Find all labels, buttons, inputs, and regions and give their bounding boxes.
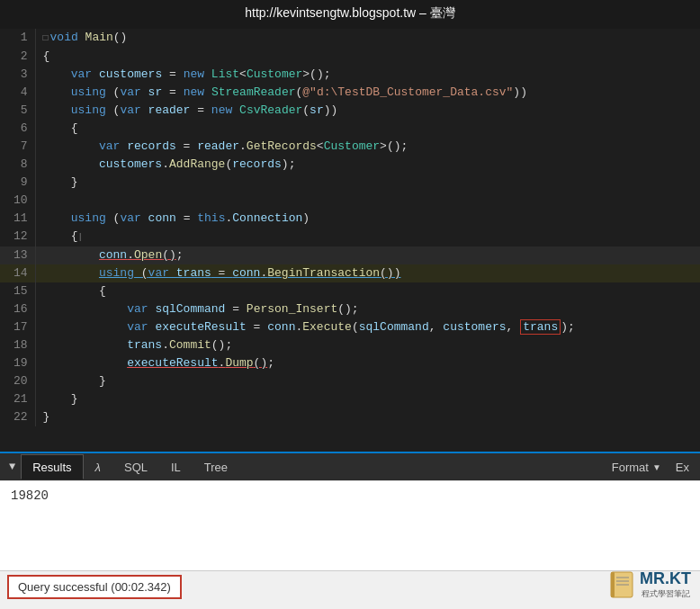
table-row: 11 using (var conn = this.Connection): [0, 210, 700, 228]
line-number: 17: [0, 318, 35, 336]
line-number: 11: [0, 210, 35, 228]
code-scroll[interactable]: 1 □void Main() 2 { 3 var customers = new…: [0, 29, 700, 452]
table-row: 4 using (var sr = new StreamReader(@"d:\…: [0, 84, 700, 102]
table-row: 22 }: [0, 408, 700, 426]
table-row: 20 }: [0, 372, 700, 390]
table-row: 16 var sqlCommand = Person_Insert();: [0, 300, 700, 318]
line-number: 5: [0, 102, 35, 120]
table-row: 10: [0, 192, 700, 210]
mrkt-logo: MR.KT 程式學習筆記: [607, 569, 691, 601]
table-row: 2 {: [0, 48, 700, 66]
table-row: 15 {: [0, 282, 700, 300]
line-code: trans.Commit();: [35, 336, 700, 354]
line-number: 13: [0, 246, 35, 264]
table-row: 3 var customers = new List<Customer>();: [0, 66, 700, 84]
table-row: 21 }: [0, 390, 700, 408]
line-number: 10: [0, 192, 35, 210]
line-number: 8: [0, 156, 35, 174]
tab-results[interactable]: Results: [21, 454, 83, 479]
logo-text: MR.KT: [640, 569, 691, 588]
table-row: 19 executeResult.Dump();: [0, 354, 700, 372]
line-code: {: [35, 48, 700, 66]
line-code: conn.Open();: [35, 246, 700, 264]
format-dropdown-icon: ▼: [652, 462, 661, 472]
line-code: var sqlCommand = Person_Insert();: [35, 300, 700, 318]
table-row: 7 var records = reader.GetRecords<Custom…: [0, 138, 700, 156]
table-row: 17 var executeResult = conn.Execute(sqlC…: [0, 318, 700, 336]
title-text: http://kevintsengtw.blogspot.tw – 臺灣: [245, 5, 454, 20]
line-number: 18: [0, 336, 35, 354]
line-code: {: [35, 282, 700, 300]
tab-tree[interactable]: Tree: [193, 454, 239, 479]
line-number: 1: [0, 29, 35, 48]
table-row: 6 {: [0, 120, 700, 138]
line-number: 14: [0, 264, 35, 282]
table-row: 8 customers.AddRange(records);: [0, 156, 700, 174]
line-code: {|: [35, 228, 700, 246]
tab-sql[interactable]: SQL: [112, 454, 159, 479]
title-bar: http://kevintsengtw.blogspot.tw – 臺灣: [0, 0, 700, 29]
line-number: 9: [0, 174, 35, 192]
line-code: executeResult.Dump();: [35, 354, 700, 372]
line-code: using (var sr = new StreamReader(@"d:\Te…: [35, 84, 700, 102]
format-button[interactable]: Format ▼: [605, 457, 669, 478]
tab-il[interactable]: IL: [159, 454, 193, 479]
book-icon: [607, 569, 636, 601]
line-number: 2: [0, 48, 35, 66]
table-row: 5 using (var reader = new CsvReader(sr)): [0, 102, 700, 120]
table-row: 14 using (var trans = conn.BeginTransact…: [0, 264, 700, 282]
line-code: var records = reader.GetRecords<Customer…: [35, 138, 700, 156]
table-row: 12 {|: [0, 228, 700, 246]
line-code: using (var reader = new CsvReader(sr)): [35, 102, 700, 120]
table-row: 9 }: [0, 174, 700, 192]
line-code: customers.AddRange(records);: [35, 156, 700, 174]
tab-lambda[interactable]: λ: [84, 454, 112, 479]
table-row: 1 □void Main(): [0, 29, 700, 48]
line-number: 19: [0, 354, 35, 372]
line-number: 15: [0, 282, 35, 300]
code-table: 1 □void Main() 2 { 3 var customers = new…: [0, 29, 700, 426]
line-number: 20: [0, 372, 35, 390]
line-code: □void Main(): [35, 29, 700, 48]
tab-ex[interactable]: Ex: [669, 457, 696, 478]
query-status: Query successful (00:02.342): [7, 575, 182, 599]
results-value: 19820: [11, 488, 49, 503]
line-code: }: [35, 372, 700, 390]
line-number: 12: [0, 228, 35, 246]
line-code: using (var trans = conn.BeginTransaction…: [35, 264, 700, 282]
code-area: 1 □void Main() 2 { 3 var customers = new…: [0, 29, 700, 452]
line-code: }: [35, 390, 700, 408]
line-number: 4: [0, 84, 35, 102]
line-number: 6: [0, 120, 35, 138]
svg-rect-1: [611, 572, 615, 597]
line-number: 7: [0, 138, 35, 156]
table-row: 18 trans.Commit();: [0, 336, 700, 354]
line-number: 16: [0, 300, 35, 318]
line-number: 21: [0, 390, 35, 408]
line-code: }: [35, 174, 700, 192]
line-code: var customers = new List<Customer>();: [35, 66, 700, 84]
status-bar: Query successful (00:02.342) MR.KT 程式學習筆…: [0, 570, 700, 603]
logo-sub: 程式學習筆記: [640, 588, 691, 600]
tab-bar: ▼ Results λ SQL IL Tree Format ▼ Ex: [0, 452, 700, 480]
line-code: [35, 192, 700, 210]
tab-dropdown-arrow[interactable]: ▼: [4, 457, 21, 477]
line-number: 3: [0, 66, 35, 84]
line-number: 22: [0, 408, 35, 426]
line-code: using (var conn = this.Connection): [35, 210, 700, 228]
line-code: {: [35, 120, 700, 138]
results-area: 19820: [0, 480, 700, 570]
line-code: }: [35, 408, 700, 426]
line-code: var executeResult = conn.Execute(sqlComm…: [35, 318, 700, 336]
table-row: 13 conn.Open();: [0, 246, 700, 264]
